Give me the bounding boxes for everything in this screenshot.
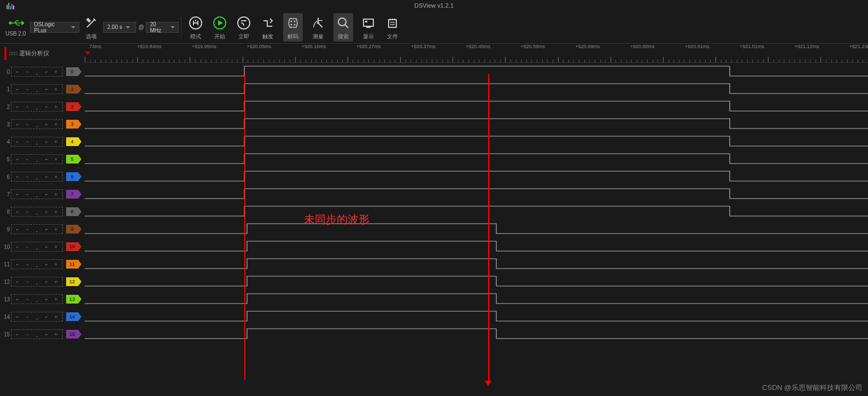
- waveform[interactable]: [85, 98, 868, 115]
- channel-tag[interactable]: 11: [66, 260, 78, 269]
- svg-point-6: [238, 17, 250, 29]
- trigger-condition-box[interactable]: ⌐¬_⌐⨉: [11, 224, 63, 234]
- waveform[interactable]: [85, 290, 868, 308]
- cursor-marker-icon[interactable]: [85, 51, 90, 55]
- channel-tag[interactable]: 12: [66, 277, 78, 286]
- channel-number: 12: [2, 279, 10, 285]
- duration-select[interactable]: 2.00 s: [103, 22, 136, 33]
- red-marker-icon: [4, 47, 7, 60]
- trigger-condition-box[interactable]: ⌐¬_⌐⨉: [11, 189, 63, 199]
- trigger-icon: [259, 14, 277, 32]
- logic-analyzer-label: 逻辑分析仪: [19, 49, 49, 57]
- waveform[interactable]: [85, 273, 868, 290]
- channel-tag[interactable]: 9: [66, 225, 78, 234]
- ruler-label: +920.37ms: [411, 44, 436, 49]
- channel-row-13: 13⌐¬_⌐⨉13: [0, 290, 868, 308]
- channel-tag[interactable]: 15: [66, 330, 78, 339]
- channel-row-11: 11⌐¬_⌐⨉11: [0, 255, 868, 273]
- waveform[interactable]: [85, 238, 868, 255]
- channel-tag[interactable]: 5: [66, 155, 78, 164]
- svg-rect-19: [389, 20, 396, 27]
- trigger-button[interactable]: 触发: [259, 14, 277, 40]
- channel-tag[interactable]: 10: [66, 242, 78, 251]
- waveform[interactable]: [85, 220, 868, 238]
- waveform[interactable]: [85, 255, 868, 273]
- trigger-condition-box[interactable]: ⌐¬_⌐⨉: [11, 67, 63, 77]
- svg-point-13: [317, 22, 319, 24]
- waveform[interactable]: [85, 203, 868, 220]
- waveform[interactable]: [85, 150, 868, 168]
- start-button[interactable]: 开始: [211, 14, 228, 40]
- channel-tag[interactable]: 4: [66, 137, 78, 146]
- channel-row-4: 4⌐¬_⌐⨉4: [0, 133, 868, 150]
- channel-number: 11: [2, 261, 10, 267]
- device-select[interactable]: DSLogic PLus: [30, 22, 79, 33]
- trigger-condition-box[interactable]: ⌐¬_⌐⨉: [11, 172, 63, 182]
- search-icon: [335, 14, 352, 32]
- channel-number: 7: [2, 191, 10, 197]
- channel-tag[interactable]: 8: [66, 207, 78, 216]
- usb-icon: [9, 18, 24, 30]
- display-button[interactable]: 显示: [360, 14, 377, 40]
- trigger-condition-box[interactable]: ⌐¬_⌐⨉: [11, 259, 63, 269]
- wave-icon: ⎍⎍⎍: [9, 50, 17, 56]
- channel-tag[interactable]: 2: [66, 102, 78, 111]
- watermark: CSDN @乐思智能科技有限公司: [762, 383, 863, 393]
- trigger-condition-box[interactable]: ⌐¬_⌐⨉: [11, 84, 63, 94]
- ruler-label: +920.48ms: [466, 44, 490, 49]
- trigger-condition-box[interactable]: ⌐¬_⌐⨉: [11, 294, 63, 304]
- waveform[interactable]: [85, 308, 868, 325]
- channel-row-0: 0⌐¬_⌐⨉0: [0, 63, 868, 80]
- ruler-label: +920.59ms: [520, 44, 545, 49]
- options-button[interactable]: 选项: [83, 14, 100, 40]
- svg-point-0: [9, 22, 11, 24]
- waveform[interactable]: [85, 115, 868, 133]
- svg-point-10: [294, 20, 296, 22]
- trigger-condition-box[interactable]: ⌐¬_⌐⨉: [11, 277, 63, 287]
- time-ruler[interactable]: .73ms+919.84ms+919.95ms+920.05ms+920.16m…: [85, 44, 868, 63]
- channel-tag[interactable]: 1: [66, 85, 78, 94]
- trigger-condition-box[interactable]: ⌐¬_⌐⨉: [11, 137, 63, 147]
- channel-tag[interactable]: 6: [66, 172, 78, 181]
- channel-tag[interactable]: 0: [66, 67, 78, 76]
- channel-number: 1: [2, 86, 10, 92]
- trigger-condition-box[interactable]: ⌐¬_⌐⨉: [11, 102, 63, 112]
- waveform[interactable]: [85, 168, 868, 185]
- file-button[interactable]: 文件: [384, 14, 401, 40]
- waveform[interactable]: [85, 133, 868, 150]
- ruler-label: +921.01ms: [740, 44, 764, 49]
- waveform[interactable]: [85, 325, 868, 343]
- trigger-condition-box[interactable]: ⌐¬_⌐⨉: [11, 242, 63, 252]
- waveform[interactable]: [85, 80, 868, 98]
- waveform[interactable]: [85, 63, 868, 80]
- play-icon: [211, 14, 228, 32]
- waveform[interactable]: [85, 185, 868, 203]
- channel-row-15: 15⌐¬_⌐⨉15: [0, 325, 868, 343]
- decode-button[interactable]: 解码: [283, 13, 303, 42]
- channels-area: 0⌐¬_⌐⨉01⌐¬_⌐⨉12⌐¬_⌐⨉23⌐¬_⌐⨉34⌐¬_⌐⨉45⌐¬_⌐…: [0, 63, 868, 343]
- instant-button[interactable]: 立即: [235, 14, 253, 40]
- toolbar: USB 2.0 DSLogic PLus 选项 2.00 s @ 20 MHz …: [0, 11, 868, 44]
- svg-point-14: [338, 18, 346, 26]
- trigger-condition-box[interactable]: ⌐¬_⌐⨉: [11, 207, 63, 217]
- rate-select[interactable]: 20 MHz: [146, 22, 179, 33]
- ruler-label: +920.80ms: [630, 44, 655, 49]
- trigger-condition-box[interactable]: ⌐¬_⌐⨉: [11, 119, 63, 129]
- trigger-condition-box[interactable]: ⌐¬_⌐⨉: [11, 329, 63, 339]
- channel-row-1: 1⌐¬_⌐⨉1: [0, 80, 868, 98]
- ruler-label: +920.69ms: [576, 44, 600, 49]
- app-title: DSView v1.2.1: [414, 2, 454, 9]
- channel-row-8: 8⌐¬_⌐⨉8: [0, 203, 868, 220]
- channel-tag[interactable]: 13: [66, 295, 78, 304]
- svg-point-11: [291, 24, 292, 25]
- channel-row-2: 2⌐¬_⌐⨉2: [0, 98, 868, 115]
- channel-tag[interactable]: 14: [66, 312, 78, 321]
- search-button[interactable]: 搜索: [333, 13, 353, 42]
- trigger-condition-box[interactable]: ⌐¬_⌐⨉: [11, 312, 63, 322]
- channel-row-3: 3⌐¬_⌐⨉3: [0, 115, 868, 133]
- channel-tag[interactable]: 3: [66, 120, 78, 129]
- channel-tag[interactable]: 7: [66, 190, 78, 199]
- measure-button[interactable]: 测量: [309, 14, 327, 40]
- mode-button[interactable]: 模式: [187, 14, 204, 40]
- trigger-condition-box[interactable]: ⌐¬_⌐⨉: [11, 154, 63, 164]
